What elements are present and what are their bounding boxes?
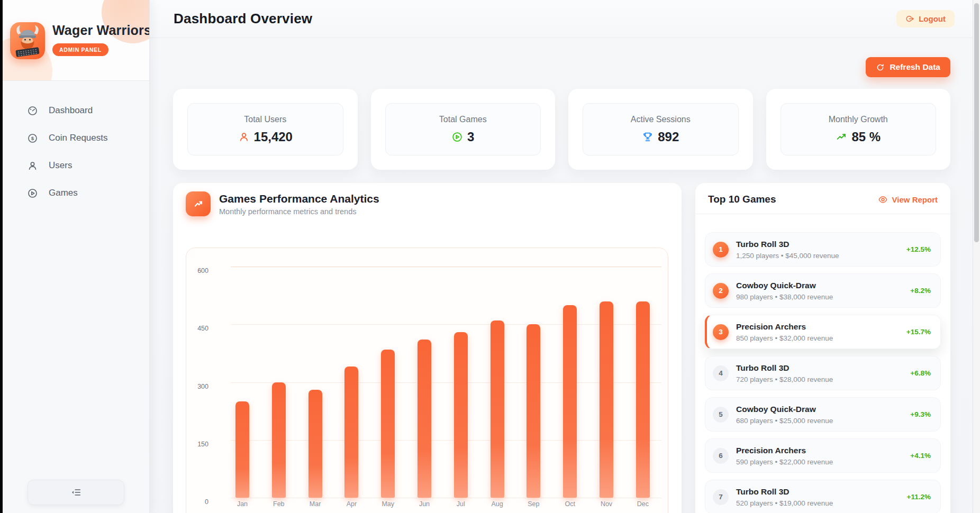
vertical-scrollbar[interactable] — [973, 0, 980, 513]
stat-number: 15,420 — [254, 130, 293, 144]
rank-badge: 5 — [713, 407, 729, 423]
gridline — [231, 382, 661, 383]
main-area: Dashboard Overview Logout — [150, 0, 980, 513]
brand-title: Wager Warriors — [52, 23, 149, 38]
game-info: Cowboy Quick-Draw680 players • $25,000 r… — [736, 405, 903, 425]
rank-badge: 4 — [713, 365, 729, 381]
chart-bar — [491, 320, 504, 498]
logout-button[interactable]: Logout — [896, 10, 955, 28]
stat-card-inner: Monthly Growth85 % — [781, 103, 937, 155]
logout-label: Logout — [919, 14, 946, 23]
user-icon — [238, 131, 250, 143]
stat-card-inner: Total Games3 — [385, 103, 541, 155]
chart-bar — [636, 301, 650, 498]
stat-label: Total Games — [439, 115, 487, 124]
user-icon — [27, 160, 38, 171]
refresh-label: Refresh Data — [890, 62, 940, 72]
stats-row: Total Users15,420Total Games3Active Sess… — [173, 89, 950, 170]
growth-badge: +15.7% — [906, 328, 931, 336]
refresh-icon — [876, 63, 885, 72]
game-info: Turbo Roll 3D720 players • $28,000 reven… — [736, 363, 903, 383]
game-name: Turbo Roll 3D — [736, 240, 899, 249]
stat-number: 892 — [658, 130, 679, 144]
rank-badge: 1 — [713, 242, 729, 258]
game-info: Turbo Roll 3D1,250 players • $45,000 rev… — [736, 240, 899, 260]
brand-block: Wager Warriors ADMIN PANEL — [52, 22, 149, 80]
chart-bar — [527, 324, 540, 498]
game-name: Precision Archers — [736, 322, 899, 332]
sidebar-collapse-button[interactable] — [28, 480, 124, 505]
play-icon — [27, 188, 38, 199]
chart-bar — [308, 390, 322, 498]
sidebar-item-dashboard[interactable]: Dashboard — [3, 97, 149, 124]
coin-icon: $ — [27, 133, 38, 144]
x-axis-tick: Oct — [558, 500, 582, 508]
chart-card: Games Performance Analytics Monthly perf… — [173, 183, 682, 513]
stat-value: 3 — [451, 130, 474, 144]
x-axis-tick: Aug — [486, 500, 509, 508]
stat-value: 85 % — [836, 130, 881, 144]
topbar: Dashboard Overview Logout — [150, 0, 980, 38]
game-meta: 590 players • $22,000 revenue — [736, 458, 903, 466]
stat-number: 85 % — [851, 130, 881, 144]
refresh-data-button[interactable]: Refresh Data — [866, 57, 950, 77]
stat-card: Monthly Growth85 % — [766, 89, 951, 170]
growth-badge: +6.8% — [910, 369, 931, 377]
app-window: Wager Warriors ADMIN PANEL Dashboard$Coi… — [0, 0, 980, 513]
game-info: Precision Archers590 players • $22,000 r… — [736, 446, 903, 466]
x-axis-tick: Dec — [631, 500, 655, 508]
game-row[interactable]: 2Cowboy Quick-Draw980 players • $38,000 … — [705, 273, 941, 308]
y-axis-tick: 600 — [195, 267, 208, 274]
stat-card: Total Games3 — [371, 89, 556, 170]
chart-bar — [344, 367, 358, 498]
x-axis-tick: Feb — [267, 500, 291, 508]
sidebar-item-users[interactable]: Users — [3, 152, 149, 179]
sidebar-menu: Dashboard$Coin RequestsUsersGames — [3, 81, 149, 513]
game-name: Precision Archers — [736, 446, 903, 455]
top-games-panel: Top 10 Games View Report 1Turbo Roll — [695, 183, 950, 513]
stat-label: Active Sessions — [631, 115, 691, 124]
x-axis-tick: May — [376, 500, 400, 508]
chart-bar — [563, 305, 577, 498]
stat-value: 15,420 — [238, 130, 293, 144]
game-info: Turbo Roll 3D520 players • $19,000 reven… — [736, 487, 900, 507]
gridline — [231, 498, 661, 498]
play-icon — [451, 131, 463, 143]
sidebar-item-games[interactable]: Games — [3, 179, 149, 207]
view-report-link[interactable]: View Report — [878, 195, 938, 205]
chart-bar — [600, 301, 613, 498]
sidebar-header: Wager Warriors ADMIN PANEL — [3, 0, 149, 81]
x-axis-tick: Jun — [413, 500, 436, 508]
trend-up-icon — [186, 191, 211, 216]
game-meta: 1,250 players • $45,000 revenue — [736, 252, 899, 260]
game-row[interactable]: 7Turbo Roll 3D520 players • $19,000 reve… — [705, 480, 941, 513]
game-name: Turbo Roll 3D — [736, 487, 900, 497]
rank-badge: 2 — [713, 283, 729, 299]
chart-bar — [235, 401, 249, 498]
stat-card: Total Users15,420 — [173, 89, 358, 170]
game-info: Cowboy Quick-Draw980 players • $38,000 r… — [736, 281, 903, 301]
game-row[interactable]: 5Cowboy Quick-Draw680 players • $25,000 … — [705, 397, 941, 432]
growth-badge: +9.3% — [910, 410, 931, 418]
growth-badge: +4.1% — [910, 452, 931, 460]
x-axis-tick: Mar — [304, 500, 327, 508]
game-name: Turbo Roll 3D — [736, 363, 903, 373]
top-games-list: 1Turbo Roll 3D1,250 players • $45,000 re… — [695, 214, 950, 513]
game-row[interactable]: 3Precision Archers850 players • $32,000 … — [705, 315, 941, 349]
stat-value: 892 — [642, 130, 679, 144]
x-axis-tick: Sep — [522, 500, 545, 508]
gridline — [231, 440, 661, 441]
sidebar-item-label: Users — [49, 160, 72, 171]
game-row[interactable]: 1Turbo Roll 3D1,250 players • $45,000 re… — [705, 232, 941, 267]
game-meta: 980 players • $38,000 revenue — [736, 293, 903, 301]
sidebar-item-coin-requests[interactable]: $Coin Requests — [3, 124, 149, 152]
y-axis-tick: 0 — [195, 498, 208, 506]
top-games-header: Top 10 Games View Report — [695, 183, 950, 214]
sidebar-item-label: Games — [49, 188, 78, 198]
scrollbar-thumb[interactable] — [974, 3, 979, 242]
gridline — [231, 324, 661, 325]
game-row[interactable]: 6Precision Archers590 players • $22,000 … — [705, 438, 941, 473]
top-games-title: Top 10 Games — [708, 194, 776, 205]
game-row[interactable]: 4Turbo Roll 3D720 players • $28,000 reve… — [705, 356, 941, 390]
game-name: Cowboy Quick-Draw — [736, 281, 903, 290]
